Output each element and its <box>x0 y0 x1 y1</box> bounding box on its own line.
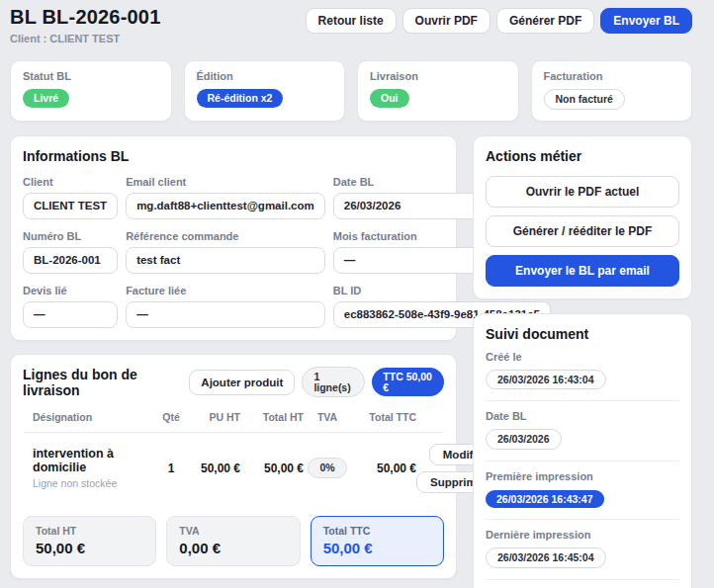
column-qte: Qté <box>157 411 185 423</box>
column-total-ttc: Total TTC <box>351 411 416 423</box>
status-badge-livre: Livré <box>23 89 69 108</box>
column-pu-ht: PU HT <box>185 411 240 423</box>
tva-value: 0,00 € <box>179 540 287 556</box>
line-designation-cell: intervention à domicilie Ligne non stock… <box>33 447 157 489</box>
page-title: BL BL-2026-001 <box>10 6 161 29</box>
status-card-edition: Édition Ré-édition x2 <box>184 60 346 122</box>
status-badge-reedition: Ré-édition x2 <box>197 89 284 108</box>
status-badge-facturation: Non facturé <box>544 89 625 110</box>
actions-list: Ouvrir le PDF actuel Générer / rééditer … <box>486 176 679 287</box>
total-label: Total TTC <box>323 525 431 537</box>
totals-row: Total HT 50,00 € TVA 0,00 € Total TTC 50… <box>23 516 444 566</box>
track-item-date-bl: Date BL 26/03/2026 <box>486 401 679 462</box>
field-label: Client <box>23 176 118 188</box>
created-at-badge: 26/03/2026 16:43:04 <box>486 370 606 390</box>
lines-header-actions: Ajouter produit 1 ligne(s) TTC 50,00 € <box>189 367 444 397</box>
track-item-derniere-impression: Dernière impression 26/03/2026 16:45:04 <box>486 520 679 580</box>
total-label: Total HT <box>36 525 143 537</box>
field-numero-bl: Numéro BL BL-2026-001 <box>23 230 118 274</box>
send-bl-button[interactable]: Envoyer BL <box>600 8 692 34</box>
field-label: Référence commande <box>126 230 325 242</box>
first-print-badge: 26/03/2026 16:43:47 <box>486 490 604 509</box>
total-ht-value: 50,00 € <box>36 540 143 556</box>
right-column: Actions métier Ouvrir le PDF actuel Géné… <box>473 135 692 588</box>
track-label: Créé le <box>486 351 679 363</box>
total-ttc-box: Total TTC 50,00 € <box>311 516 444 566</box>
field-reference-commande: Référence commande test fact <box>126 230 325 274</box>
track-label: Dernière impression <box>486 529 679 541</box>
page-subtitle: Client : CLIENT TEST <box>10 33 161 44</box>
line-note: Ligne non stockée <box>33 477 157 489</box>
client-field[interactable]: CLIENT TEST <box>23 193 118 219</box>
field-email-client: Email client mg.daft88+clienttest@gmail.… <box>126 176 325 219</box>
page-header-titles: BL BL-2026-001 Client : CLIENT TEST <box>10 6 161 44</box>
status-label: Facturation <box>544 70 680 82</box>
line-pu-ht: 50,00 € <box>185 462 240 475</box>
line-qty: 1 <box>157 462 185 475</box>
status-card-livraison: Livraison Oui <box>357 60 519 122</box>
status-label: Livraison <box>370 70 506 82</box>
tva-box: TVA 0,00 € <box>166 516 300 566</box>
line-name: intervention à domicilie <box>33 447 157 474</box>
facture-liee-field[interactable]: — <box>126 301 325 328</box>
total-label: TVA <box>179 525 287 537</box>
column-tva: TVA <box>304 411 351 423</box>
email-client-field[interactable]: mg.daft88+clienttest@gmail.com <box>126 193 325 219</box>
open-current-pdf-button[interactable]: Ouvrir le PDF actuel <box>486 176 679 208</box>
status-label: Statut BL <box>23 70 159 82</box>
status-cards-row: Statut BL Livré Édition Ré-édition x2 Li… <box>10 60 692 122</box>
table-row: intervention à domicilie Ligne non stock… <box>23 432 444 504</box>
numero-bl-field[interactable]: BL-2026-001 <box>23 247 118 274</box>
send-bl-email-button[interactable]: Envoyer le BL par email <box>486 255 679 287</box>
status-badge-livraison: Oui <box>370 89 409 108</box>
line-total-ht: 50,00 € <box>240 462 304 475</box>
track-item-cree-le: Créé le 26/03/2026 16:43:04 <box>486 342 679 402</box>
status-card-statut-bl: Statut BL Livré <box>10 60 172 122</box>
status-card-facturation: Facturation Non facturé <box>531 60 693 122</box>
suivi-document-title: Suivi document <box>486 326 679 342</box>
page-header: BL BL-2026-001 Client : CLIENT TEST Reto… <box>10 6 692 44</box>
track-item-premiere-impression: Première impression 26/03/2026 16:43:47 <box>486 462 679 521</box>
lines-card: Lignes du bon de livraison Ajouter produ… <box>10 354 457 579</box>
regenerate-pdf-button[interactable]: Générer / rééditer le PDF <box>486 215 679 247</box>
add-product-button[interactable]: Ajouter produit <box>189 370 295 395</box>
informations-fields-grid: Client CLIENT TEST Email client mg.daft8… <box>23 176 444 328</box>
track-item-nombre-impressions: Nombre d'impressions 2 <box>486 580 679 588</box>
informations-bl-title: Informations BL <box>23 148 444 164</box>
field-label: Email client <box>126 176 325 188</box>
line-tva-cell: 0% <box>304 458 351 478</box>
column-total-ht: Total HT <box>240 411 304 423</box>
lines-title: Lignes du bon de livraison <box>23 367 189 398</box>
left-column: Informations BL Client CLIENT TEST Email… <box>10 135 457 579</box>
field-facture-liee: Facture liée — <box>126 285 325 328</box>
main-grid: Informations BL Client CLIENT TEST Email… <box>10 135 692 588</box>
suivi-document-card: Suivi document Créé le 26/03/2026 16:43:… <box>473 313 692 588</box>
header-actions: Retour liste Ouvrir PDF Générer PDF Envo… <box>306 8 692 34</box>
track-label: Première impression <box>486 470 679 482</box>
back-to-list-button[interactable]: Retour liste <box>306 8 397 34</box>
open-pdf-button[interactable]: Ouvrir PDF <box>402 8 491 34</box>
field-label: Devis lié <box>23 285 118 296</box>
track-label: Date BL <box>486 410 679 422</box>
lines-header: Lignes du bon de livraison Ajouter produ… <box>23 367 444 398</box>
line-total-ttc: 50,00 € <box>351 462 416 475</box>
ttc-total-badge: TTC 50,00 € <box>372 368 444 396</box>
actions-metier-card: Actions métier Ouvrir le PDF actuel Géné… <box>473 135 692 299</box>
lines-table-header: Désignation Qté PU HT Total HT TVA Total… <box>23 411 444 432</box>
total-ttc-value: 50,00 € <box>323 540 431 556</box>
devis-lie-field[interactable]: — <box>23 301 118 328</box>
date-bl-badge: 26/03/2026 <box>486 429 562 450</box>
last-print-badge: 26/03/2026 16:45:04 <box>486 547 606 568</box>
tva-badge: 0% <box>308 458 346 478</box>
generate-pdf-button[interactable]: Générer PDF <box>496 8 594 34</box>
total-ht-box: Total HT 50,00 € <box>23 516 156 566</box>
column-designation: Désignation <box>33 411 157 423</box>
status-label: Édition <box>197 70 333 82</box>
reference-commande-field[interactable]: test fact <box>126 247 325 274</box>
actions-metier-title: Actions métier <box>486 148 679 164</box>
informations-bl-card: Informations BL Client CLIENT TEST Email… <box>10 135 457 341</box>
line-count-badge: 1 ligne(s) <box>302 367 365 397</box>
field-label: Numéro BL <box>23 230 118 242</box>
field-label: Facture liée <box>126 285 325 296</box>
page-container: BL BL-2026-001 Client : CLIENT TEST Reto… <box>0 0 692 588</box>
